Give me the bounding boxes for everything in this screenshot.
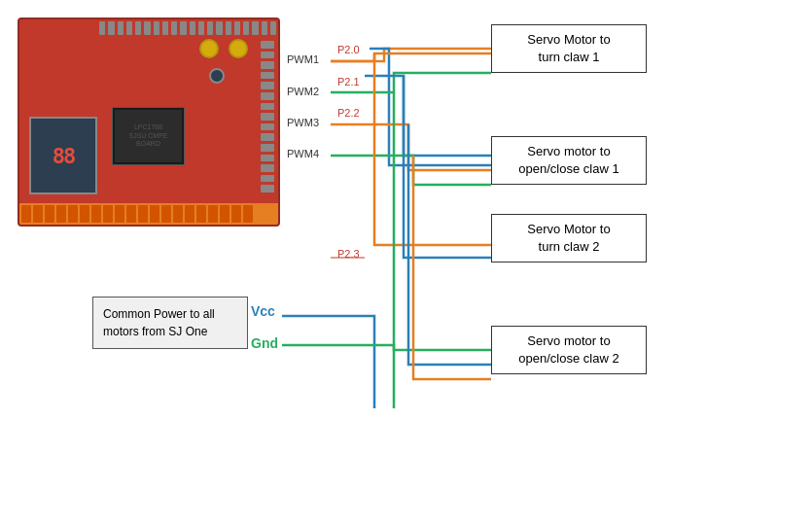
pcb-bottom-pin bbox=[138, 205, 148, 223]
signal-box-3-text: Servo Motor toturn claw 2 bbox=[527, 222, 610, 254]
pcb-bottom-pin bbox=[150, 205, 159, 223]
wire-vcc bbox=[282, 316, 374, 408]
pcb-pin bbox=[262, 21, 267, 35]
pcb-pin bbox=[108, 21, 114, 35]
pcb-bottom-pin bbox=[56, 205, 66, 223]
signal-box-2: Servo motor toopen/close claw 1 bbox=[491, 136, 647, 185]
port-p22-label: P2.2 bbox=[337, 107, 360, 119]
pwm3-label: PWM3 bbox=[287, 117, 319, 128]
pcb-bottom-pin bbox=[220, 205, 229, 223]
vcc-label: Vcc bbox=[251, 303, 275, 319]
pcb-pin-r bbox=[261, 164, 274, 172]
pcb-pin-r bbox=[261, 175, 274, 183]
signal-box-4-text: Servo motor toopen/close claw 2 bbox=[518, 333, 618, 366]
pcb-pin-r bbox=[261, 72, 274, 80]
pcb-bottom-pin bbox=[208, 205, 218, 223]
pcb-bottom-pin bbox=[185, 205, 194, 223]
pwm1-label: PWM1 bbox=[287, 53, 319, 65]
wire-orange-box3 bbox=[374, 53, 491, 245]
pcb-bottom-pin bbox=[243, 205, 253, 223]
pcb-capacitor bbox=[199, 39, 219, 58]
pcb-pin bbox=[226, 21, 231, 35]
pcb-pin-r bbox=[261, 123, 274, 131]
signal-box-4: Servo motor toopen/close claw 2 bbox=[491, 326, 647, 374]
signal-box-1-text: Servo Motor toturn claw 1 bbox=[527, 32, 610, 64]
pcb-bottom-pin bbox=[196, 205, 206, 223]
pcb-pin-r bbox=[261, 52, 274, 59]
pcb-pin-r bbox=[261, 155, 274, 162]
port-p23-label: P2.3 bbox=[337, 248, 360, 260]
pcb-capacitor bbox=[209, 68, 225, 84]
pcb-bottom-pin bbox=[45, 205, 54, 223]
pcb-pin-r bbox=[261, 61, 274, 69]
pcb-bottom-pin bbox=[80, 205, 89, 223]
pcb-pin bbox=[180, 21, 186, 35]
wire-gnd bbox=[282, 345, 394, 408]
pcb-pin bbox=[207, 21, 213, 35]
pcb-bottom-connector bbox=[19, 203, 278, 225]
pcb-bottom-pin bbox=[115, 205, 124, 223]
pcb-display: 88 bbox=[29, 117, 97, 194]
pcb-pin-r bbox=[261, 185, 274, 192]
pcb-pin-r bbox=[261, 133, 274, 141]
pcb-bottom-pin bbox=[231, 205, 241, 223]
power-box: Common Power to all motors from SJ One bbox=[92, 297, 248, 349]
wire-green-box2 bbox=[331, 156, 491, 185]
pcb-pin-r bbox=[261, 103, 274, 111]
wire-green-box4 bbox=[394, 92, 491, 350]
signal-box-3: Servo Motor toturn claw 2 bbox=[491, 214, 647, 262]
signal-box-1: Servo Motor toturn claw 1 bbox=[491, 24, 647, 73]
pcb-bottom-pin bbox=[33, 205, 43, 223]
pcb-pin bbox=[99, 21, 105, 35]
pcb-main-chip: LPC1788SJSU CMPEBOARD bbox=[112, 107, 185, 165]
pcb-bottom-pin bbox=[91, 205, 101, 223]
pcb-pin bbox=[144, 21, 150, 35]
pcb-bottom-pin bbox=[173, 205, 183, 223]
pcb-pin-r bbox=[261, 82, 274, 89]
pcb-pin bbox=[234, 21, 240, 35]
pcb-pin bbox=[154, 21, 159, 35]
pcb-pin bbox=[243, 21, 249, 35]
signal-box-2-text: Servo motor toopen/close claw 1 bbox=[518, 144, 618, 176]
pcb-bottom-pin bbox=[161, 205, 171, 223]
wire-orange-box4 bbox=[413, 156, 491, 379]
pcb-bottom-pin bbox=[68, 205, 78, 223]
pcb-pin bbox=[171, 21, 177, 35]
pcb-bottom-pin bbox=[103, 205, 113, 223]
pcb-pin-r bbox=[261, 92, 274, 100]
pcb-capacitor bbox=[229, 39, 248, 58]
power-box-text: Common Power to all motors from SJ One bbox=[103, 307, 215, 338]
wire-blue-box4 bbox=[408, 124, 491, 365]
pcb-pin bbox=[162, 21, 168, 35]
pcb-pin-r bbox=[261, 144, 274, 152]
pcb-pin-r bbox=[261, 41, 274, 49]
pcb-bottom-pin bbox=[126, 205, 136, 223]
pcb-pin bbox=[135, 21, 141, 35]
pcb-top-pins bbox=[97, 19, 278, 37]
wire-orange-box2 bbox=[331, 124, 491, 170]
gnd-label: Gnd bbox=[251, 335, 278, 351]
pcb-pin bbox=[190, 21, 195, 35]
pcb-bottom-pin bbox=[21, 205, 31, 223]
pcb-board: 88 LPC1788SJSU CMPEBOARD bbox=[18, 18, 280, 227]
port-p20-label: P2.0 bbox=[337, 44, 360, 55]
wire-blue-box3 bbox=[404, 76, 491, 258]
pcb-pin bbox=[252, 21, 258, 35]
pwm2-label: PWM2 bbox=[287, 86, 319, 97]
pcb-pin bbox=[270, 21, 276, 35]
pcb-right-pins bbox=[259, 39, 278, 194]
pcb-pin bbox=[118, 21, 124, 35]
wire-pwm1-blue bbox=[370, 49, 491, 165]
port-p21-label: P2.1 bbox=[337, 76, 360, 88]
pcb-pin bbox=[216, 21, 222, 35]
wire-blue-box2 bbox=[365, 76, 491, 156]
pcb-pin-r bbox=[261, 113, 274, 121]
pcb-pin bbox=[126, 21, 132, 35]
pcb-pin bbox=[198, 21, 204, 35]
pwm4-label: PWM4 bbox=[287, 148, 319, 159]
